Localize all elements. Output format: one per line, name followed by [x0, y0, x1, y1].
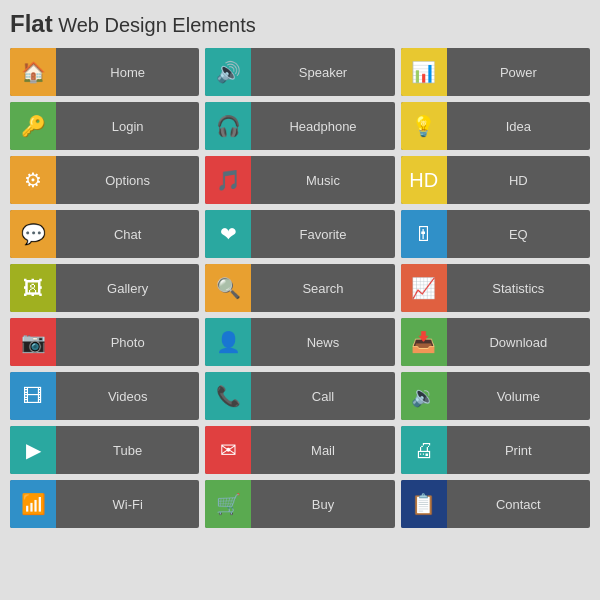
search-label: Search — [251, 281, 394, 296]
speaker-icon: 🔊 — [205, 48, 251, 96]
news-icon: 👤 — [205, 318, 251, 366]
login-label: Login — [56, 119, 199, 134]
tile-music[interactable]: 🎵Music — [205, 156, 394, 204]
options-label: Options — [56, 173, 199, 188]
videos-label: Videos — [56, 389, 199, 404]
news-label: News — [251, 335, 394, 350]
home-icon: 🏠 — [10, 48, 56, 96]
idea-icon: 💡 — [401, 102, 447, 150]
headphone-label: Headphone — [251, 119, 394, 134]
videos-icon: 🎞 — [10, 372, 56, 420]
options-icon: ⚙ — [10, 156, 56, 204]
eq-icon: 🎚 — [401, 210, 447, 258]
print-icon: 🖨 — [401, 426, 447, 474]
tile-login[interactable]: 🔑Login — [10, 102, 199, 150]
tube-label: Tube — [56, 443, 199, 458]
eq-label: EQ — [447, 227, 590, 242]
buy-label: Buy — [251, 497, 394, 512]
power-icon: 📊 — [401, 48, 447, 96]
tile-contact[interactable]: 📋Contact — [401, 480, 590, 528]
home-label: Home — [56, 65, 199, 80]
tile-eq[interactable]: 🎚EQ — [401, 210, 590, 258]
page-title: Flat Web Design Elements — [10, 10, 590, 38]
login-icon: 🔑 — [10, 102, 56, 150]
tile-news[interactable]: 👤News — [205, 318, 394, 366]
volume-icon: 🔉 — [401, 372, 447, 420]
mail-label: Mail — [251, 443, 394, 458]
power-label: Power — [447, 65, 590, 80]
contact-icon: 📋 — [401, 480, 447, 528]
tile-buy[interactable]: 🛒Buy — [205, 480, 394, 528]
tile-statistics[interactable]: 📈Statistics — [401, 264, 590, 312]
call-icon: 📞 — [205, 372, 251, 420]
headphone-icon: 🎧 — [205, 102, 251, 150]
tile-chat[interactable]: 💬Chat — [10, 210, 199, 258]
music-label: Music — [251, 173, 394, 188]
statistics-label: Statistics — [447, 281, 590, 296]
tile-print[interactable]: 🖨Print — [401, 426, 590, 474]
tile-videos[interactable]: 🎞Videos — [10, 372, 199, 420]
tile-headphone[interactable]: 🎧Headphone — [205, 102, 394, 150]
photo-label: Photo — [56, 335, 199, 350]
tile-options[interactable]: ⚙Options — [10, 156, 199, 204]
search-icon: 🔍 — [205, 264, 251, 312]
hd-icon: HD — [401, 156, 447, 204]
tile-download[interactable]: 📥Download — [401, 318, 590, 366]
idea-label: Idea — [447, 119, 590, 134]
download-icon: 📥 — [401, 318, 447, 366]
download-label: Download — [447, 335, 590, 350]
tile-search[interactable]: 🔍Search — [205, 264, 394, 312]
tube-icon: ▶ — [10, 426, 56, 474]
photo-icon: 📷 — [10, 318, 56, 366]
gallery-icon: 🖼 — [10, 264, 56, 312]
tile-volume[interactable]: 🔉Volume — [401, 372, 590, 420]
tile-home[interactable]: 🏠Home — [10, 48, 199, 96]
volume-label: Volume — [447, 389, 590, 404]
gallery-label: Gallery — [56, 281, 199, 296]
contact-label: Contact — [447, 497, 590, 512]
tile-hd[interactable]: HDHD — [401, 156, 590, 204]
favorite-icon: ❤ — [205, 210, 251, 258]
wifi-label: Wi-Fi — [56, 497, 199, 512]
music-icon: 🎵 — [205, 156, 251, 204]
chat-icon: 💬 — [10, 210, 56, 258]
mail-icon: ✉ — [205, 426, 251, 474]
tile-favorite[interactable]: ❤Favorite — [205, 210, 394, 258]
chat-label: Chat — [56, 227, 199, 242]
buy-icon: 🛒 — [205, 480, 251, 528]
tile-grid: 🏠Home🔊Speaker📊Power🔑Login🎧Headphone💡Idea… — [10, 48, 590, 528]
tile-power[interactable]: 📊Power — [401, 48, 590, 96]
wifi-icon: 📶 — [10, 480, 56, 528]
call-label: Call — [251, 389, 394, 404]
tile-call[interactable]: 📞Call — [205, 372, 394, 420]
tile-mail[interactable]: ✉Mail — [205, 426, 394, 474]
print-label: Print — [447, 443, 590, 458]
favorite-label: Favorite — [251, 227, 394, 242]
tile-speaker[interactable]: 🔊Speaker — [205, 48, 394, 96]
tile-gallery[interactable]: 🖼Gallery — [10, 264, 199, 312]
statistics-icon: 📈 — [401, 264, 447, 312]
hd-label: HD — [447, 173, 590, 188]
tile-photo[interactable]: 📷Photo — [10, 318, 199, 366]
tile-wifi[interactable]: 📶Wi-Fi — [10, 480, 199, 528]
tile-tube[interactable]: ▶Tube — [10, 426, 199, 474]
tile-idea[interactable]: 💡Idea — [401, 102, 590, 150]
speaker-label: Speaker — [251, 65, 394, 80]
